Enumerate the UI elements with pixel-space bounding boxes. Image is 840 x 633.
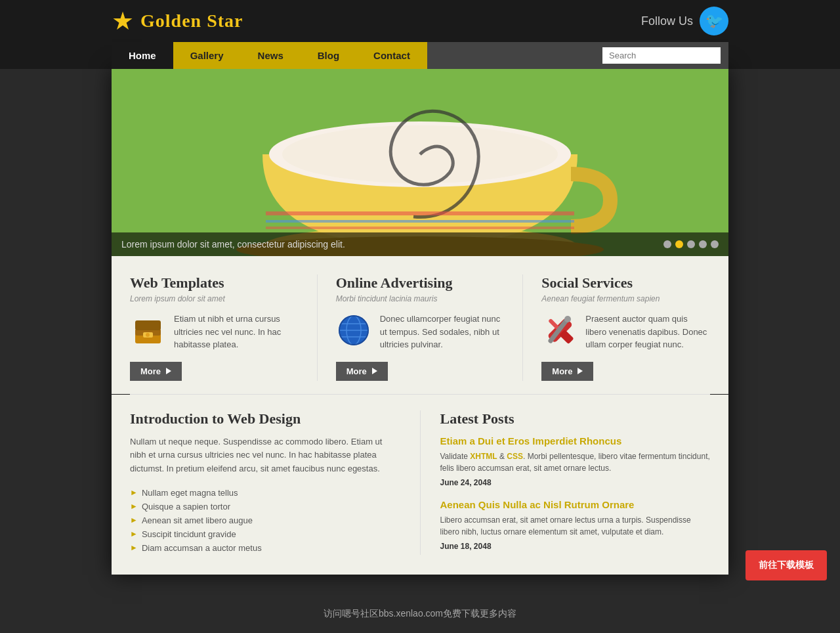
download-button[interactable]: 前往下载模板 bbox=[746, 550, 827, 580]
latest-posts-column: Latest Posts Etiam a Dui et Eros Imperdi… bbox=[440, 410, 711, 555]
logo-text: Golden Star bbox=[140, 11, 243, 32]
post-2: Aenean Quis Nulla ac Nisl Rutrum Ornare … bbox=[440, 499, 711, 551]
post-1: Etiam a Dui et Eros Imperdiet Rhoncus Va… bbox=[440, 435, 711, 487]
feature-2-subtitle: Morbi tincidunt lacinia mauris bbox=[336, 294, 505, 303]
hero-slider: Lorem ipsum dolor sit amet, consectetur … bbox=[112, 69, 728, 256]
post-2-body: Libero accumsan erat, sit amet ornare le… bbox=[440, 514, 711, 538]
intro-link-1[interactable]: ► Nullam eget magna tellus bbox=[130, 486, 400, 500]
feature-3-more-button[interactable]: More bbox=[541, 362, 593, 381]
feature-social-services: Social Services Aenean feugiat fermentum… bbox=[523, 274, 710, 381]
feature-2-desc: Donec ullamcorper feugiat nunc ut tempus… bbox=[380, 313, 505, 351]
post-1-date: June 24, 2048 bbox=[440, 478, 711, 487]
post-2-date: June 18, 2048 bbox=[440, 542, 711, 551]
twitter-icon[interactable]: 🐦 bbox=[700, 7, 728, 35]
post-1-link-css[interactable]: CSS bbox=[507, 452, 523, 461]
feature-web-templates: Web Templates Lorem ipsum dolor sit amet bbox=[130, 274, 318, 381]
post-1-title[interactable]: Etiam a Dui et Eros Imperdiet Rhoncus bbox=[440, 435, 711, 447]
intro-column: Introduction to Web Design Nullam ut neq… bbox=[130, 410, 421, 555]
post-1-link-xhtml[interactable]: XHTML bbox=[470, 452, 497, 461]
feature-1-subtitle: Lorem ipsum dolor sit amet bbox=[130, 294, 299, 303]
bullet-arrow-4: ► bbox=[130, 529, 138, 538]
more-arrow-icon-2 bbox=[372, 368, 377, 374]
intro-link-3[interactable]: ► Aenean sit amet libero augue bbox=[130, 513, 400, 527]
search-input[interactable] bbox=[602, 47, 721, 64]
nav-news[interactable]: News bbox=[241, 42, 301, 69]
nav-blog[interactable]: Blog bbox=[301, 42, 356, 69]
nav-home[interactable]: Home bbox=[112, 42, 173, 69]
dot-2[interactable] bbox=[675, 240, 683, 248]
dot-5[interactable] bbox=[711, 240, 719, 248]
feature-2-more-button[interactable]: More bbox=[336, 362, 388, 381]
dot-1[interactable] bbox=[663, 240, 671, 248]
svg-rect-10 bbox=[135, 320, 161, 330]
latest-posts-heading: Latest Posts bbox=[440, 410, 711, 427]
post-1-body: Validate XHTML & CSS. Morbi pellentesque… bbox=[440, 450, 711, 474]
intro-link-2[interactable]: ► Quisque a sapien tortor bbox=[130, 500, 400, 513]
more-arrow-icon-3 bbox=[578, 368, 583, 374]
follow-us-label: Follow Us bbox=[641, 14, 693, 28]
bullet-arrow-2: ► bbox=[130, 502, 138, 511]
svg-point-12 bbox=[146, 333, 150, 337]
feature-2-icon bbox=[336, 313, 372, 349]
nav-gallery[interactable]: Gallery bbox=[173, 42, 241, 69]
intro-heading: Introduction to Web Design bbox=[130, 410, 400, 427]
bullet-arrow-5: ► bbox=[130, 543, 138, 552]
feature-2-title: Online Advertising bbox=[336, 274, 505, 292]
feature-3-desc: Praesent auctor quam quis libero venenat… bbox=[585, 313, 710, 351]
feature-1-more-button[interactable]: More bbox=[130, 362, 182, 381]
intro-link-4[interactable]: ► Suscipit tincidunt gravide bbox=[130, 527, 400, 541]
feature-1-title: Web Templates bbox=[130, 274, 299, 292]
feature-1-icon bbox=[130, 313, 166, 349]
feature-1-desc: Etiam ut nibh et urna cursus ultricies n… bbox=[174, 313, 299, 351]
svg-point-23 bbox=[564, 316, 571, 322]
feature-3-title: Social Services bbox=[541, 274, 710, 292]
feature-3-subtitle: Aenean feugiat fermentum sapien bbox=[541, 294, 710, 303]
hero-image bbox=[112, 69, 728, 256]
more-arrow-icon-1 bbox=[166, 368, 171, 374]
slider-dots bbox=[663, 240, 719, 248]
feature-online-advertising: Online Advertising Morbi tincidunt lacin… bbox=[318, 274, 524, 381]
dot-3[interactable] bbox=[687, 240, 695, 248]
logo-star-icon: ★ bbox=[112, 7, 134, 35]
intro-body: Nullam ut neque neque. Suspendisse ac co… bbox=[130, 435, 400, 476]
intro-links: ► Nullam eget magna tellus ► Quisque a s… bbox=[130, 486, 400, 555]
follow-us-area: Follow Us 🐦 bbox=[641, 7, 728, 35]
bottom-section: Introduction to Web Design Nullam ut neq… bbox=[112, 395, 728, 575]
hero-caption-text: Lorem ipsum dolor sit amet, consectetur … bbox=[121, 239, 345, 250]
post-2-title[interactable]: Aenean Quis Nulla ac Nisl Rutrum Ornare bbox=[440, 499, 711, 510]
feature-3-icon bbox=[541, 313, 578, 349]
bullet-arrow-3: ► bbox=[130, 515, 138, 525]
features-section: Web Templates Lorem ipsum dolor sit amet bbox=[112, 256, 728, 394]
bullet-arrow-1: ► bbox=[130, 488, 138, 497]
nav-contact[interactable]: Contact bbox=[356, 42, 427, 69]
logo-area: ★ Golden Star bbox=[112, 7, 243, 35]
intro-link-5[interactable]: ► Diam accumsan a auctor metus bbox=[130, 541, 400, 555]
dot-4[interactable] bbox=[699, 240, 707, 248]
